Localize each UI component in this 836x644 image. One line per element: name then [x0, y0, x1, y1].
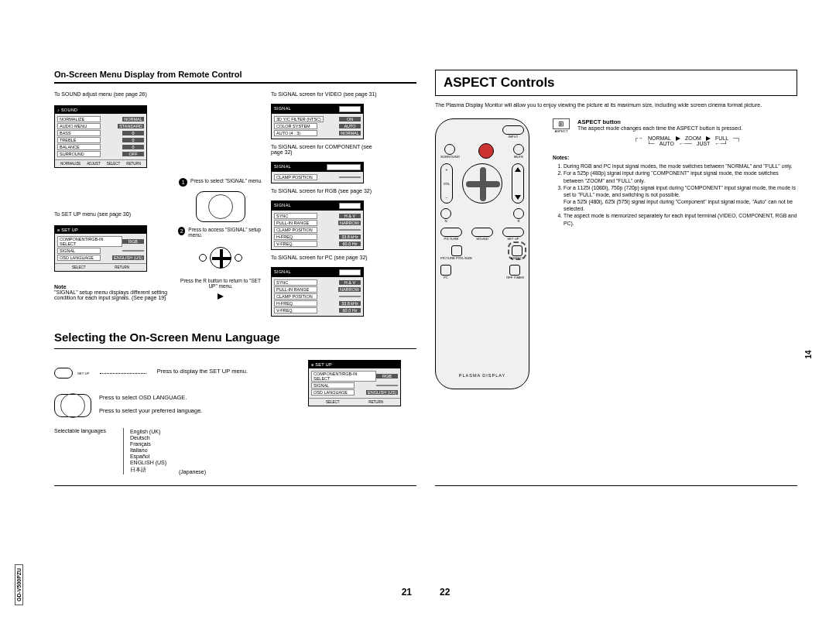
remote-mini-icon: [196, 191, 245, 222]
osd-sig-video: SIGNALVIDEO 3D Y/C FILTER (NTSC)ONCOLOR …: [271, 104, 364, 139]
aspect-desc: The aspect mode changes each time the AS…: [577, 125, 797, 131]
offtimer-button: [509, 265, 520, 276]
sig-pc-cap: To SIGNAL screen for PC (see page 32): [271, 255, 379, 260]
mute-button: [513, 144, 524, 155]
osd-sound: ♪ SOUND NORMALIZENORMALAUDIO MENUSTANDAR…: [54, 105, 147, 168]
remote-large: INPUT SURROUND MUTE +VOL− N R PIC: [435, 118, 529, 389]
lang-step2: Press to select OSD LANGUAGE. Press to s…: [54, 394, 248, 417]
lang-label: Selectable languages: [54, 428, 106, 474]
picpos-button: [451, 245, 462, 256]
remote-brand: PLASMA DISPLAY: [459, 373, 505, 378]
aspect-icon: ⊞: [553, 118, 570, 129]
power-button: [478, 143, 494, 159]
side-page-num: 14: [804, 350, 813, 358]
sound-caption: To SOUND adjust menu (see page 26): [54, 91, 170, 97]
remote-mini-icon: [54, 394, 91, 417]
step-1-icon: 1: [179, 178, 187, 187]
aspect-button: [512, 245, 522, 256]
dpad-icon: [210, 247, 231, 269]
section-lang: Selecting the On-Screen Menu Language: [54, 331, 416, 344]
osd-setup: ≡ SET UP COMPONENT/RGB-IN SELECTRGBSIGNA…: [54, 225, 147, 272]
r-button-icon: [199, 254, 207, 262]
sig-rgb-cap: To SIGNAL screen for RGB (see page 32): [271, 188, 379, 194]
setup-caption: To SET UP menu (see page 30): [54, 211, 170, 217]
page-spread: On-Screen Menu Display from Remote Contr…: [0, 0, 836, 644]
sig-video-cap: To SIGNAL screen for VIDEO (see page 31): [271, 91, 379, 97]
page-num-21: 21: [54, 587, 416, 598]
notes: Notes: During RGB and PC input signal mo…: [553, 154, 797, 227]
pc-button: [440, 265, 451, 276]
osd-sig-rgb: SIGNALRGB SYNCH & VPULL-IN RANGENARROWCL…: [271, 200, 364, 250]
japanese-note: (Japanese): [179, 469, 206, 474]
page-num-22: 22: [435, 587, 797, 598]
r-button: [513, 208, 524, 219]
input-button: [502, 125, 524, 135]
osd-sig-comp: SIGNALCOMPONENT CLAMP POSITION: [271, 162, 364, 183]
subtitle: On-Screen Menu Display from Remote Contr…: [54, 70, 416, 79]
aspect-flow: ┌→NORMAL ZOOM FULL─┐ └─AUTO ←──JUST←─┘: [577, 135, 797, 146]
sound-button: [471, 228, 493, 237]
dpad-large: [462, 163, 502, 204]
aspect-intro: The Plasma Display Monitor will allow yo…: [435, 102, 797, 108]
setup-button-icon: [54, 368, 73, 379]
step-1-text: Press to select "SIGNAL" menu.: [190, 178, 262, 183]
aspect-hdr: ASPECT button: [577, 118, 797, 125]
n-button: [440, 208, 451, 219]
step-2-text: Press to access "SIGNAL" setup menu.: [188, 227, 263, 238]
arrow-right-icon: [218, 293, 224, 300]
step-2-icon: 2: [178, 227, 185, 235]
lang-step1: SET UP Press to display the SET UP menu.: [54, 368, 248, 379]
model-tag: GD-V500PZU: [15, 564, 23, 605]
picture-button: [440, 228, 462, 237]
page-21: On-Screen Menu Display from Remote Contr…: [54, 70, 416, 598]
osd-lang: ≡ SET UP COMPONENT/RGB-IN SELECTRGBSIGNA…: [308, 360, 401, 406]
page-22: ASPECT Controls The Plasma Display Monit…: [435, 70, 797, 598]
upper-diagram: To SOUND adjust menu (see page 26) ♪ SOU…: [54, 91, 416, 317]
sig-comp-cap: To SIGNAL screen for COMPONENT (see page…: [271, 144, 379, 155]
n-button-icon: [235, 254, 242, 262]
setup-button: [502, 228, 524, 237]
r-button-text: Press the R button to return to "SET UP"…: [178, 278, 263, 289]
volume-rocker: +VOL−: [440, 163, 453, 204]
signal-note: Note "SIGNAL" setup menu displays differ…: [54, 284, 170, 300]
channel-rocker: [512, 163, 524, 204]
language-list: English (UK)DeutschFrançaisItalianoEspañ…: [123, 428, 166, 474]
osd-sig-pc: SIGNALPC SYNCH & VPULL-IN RANGENARROWCLA…: [271, 267, 364, 317]
surround-button: [444, 144, 455, 155]
title-aspect: ASPECT Controls: [435, 70, 797, 96]
